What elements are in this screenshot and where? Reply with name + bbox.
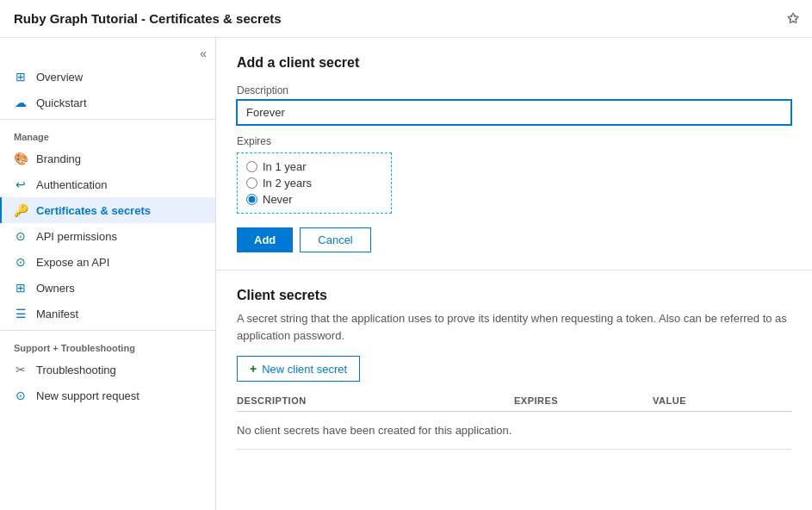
new-secret-label: New client secret xyxy=(262,363,347,376)
description-label: Description xyxy=(237,84,791,96)
manifest-icon: ☰ xyxy=(14,307,28,320)
sidebar-label-certificates-secrets: Certificates & secrets xyxy=(36,204,151,217)
main-content: Add a client secret Description Expires … xyxy=(216,38,812,510)
radio-label-2years: In 2 years xyxy=(263,177,312,190)
grid-icon: ⊞ xyxy=(14,70,28,84)
sidebar: « ⊞ Overview ☁ Quickstart Manage 🎨 Brand… xyxy=(0,38,216,510)
sidebar-collapse-button[interactable]: « xyxy=(0,41,215,64)
troubleshooting-icon: ✂ xyxy=(14,363,28,376)
radio-2years[interactable]: In 2 years xyxy=(246,177,382,190)
sidebar-label-troubleshooting: Troubleshooting xyxy=(36,364,116,376)
sidebar-item-authentication[interactable]: ↩ Authentication xyxy=(0,171,215,197)
sidebar-label-overview: Overview xyxy=(36,71,83,84)
plus-icon: + xyxy=(250,362,257,376)
sidebar-item-certificates-secrets[interactable]: 🔑 Certificates & secrets xyxy=(0,197,215,223)
sidebar-label-api-permissions: API permissions xyxy=(36,230,117,243)
sidebar-label-quickstart: Quickstart xyxy=(36,96,87,109)
radio-never[interactable]: Never xyxy=(246,193,382,206)
support-icon: ⊙ xyxy=(14,389,28,402)
main-layout: « ⊞ Overview ☁ Quickstart Manage 🎨 Brand… xyxy=(0,38,812,510)
add-button[interactable]: Add xyxy=(237,227,293,252)
owners-icon: ⊞ xyxy=(14,281,28,295)
radio-input-2years[interactable] xyxy=(246,177,257,189)
radio-1year[interactable]: In 1 year xyxy=(246,160,382,173)
client-secrets-section: Client secrets A secret string that the … xyxy=(216,271,812,467)
sidebar-item-quickstart[interactable]: ☁ Quickstart xyxy=(0,90,215,115)
expires-label: Expires xyxy=(237,135,791,147)
add-secret-heading: Add a client secret xyxy=(237,55,791,71)
sidebar-label-expose-api: Expose an API xyxy=(36,256,109,269)
form-actions: Add Cancel xyxy=(237,227,791,252)
sidebar-label-branding: Branding xyxy=(36,152,81,165)
branding-icon: 🎨 xyxy=(14,152,28,165)
sidebar-item-expose-api[interactable]: ⊙ Expose an API xyxy=(0,249,215,275)
table-header: DESCRIPTION EXPIRES VALUE xyxy=(237,395,791,412)
title-bar: Ruby Graph Tutorial - Certificates & sec… xyxy=(0,0,812,38)
api-icon: ⊙ xyxy=(14,229,28,243)
page-title: Ruby Graph Tutorial - Certificates & sec… xyxy=(14,11,282,26)
sidebar-item-branding[interactable]: 🎨 Branding xyxy=(0,146,215,171)
authentication-icon: ↩ xyxy=(14,177,28,191)
support-section-label: Support + Troubleshooting xyxy=(0,334,215,357)
sidebar-label-owners: Owners xyxy=(36,282,75,295)
col-value: VALUE xyxy=(653,395,791,406)
client-secrets-description: A secret string that the application use… xyxy=(237,310,791,344)
sidebar-label-authentication: Authentication xyxy=(36,178,107,191)
manage-section-label: Manage xyxy=(0,123,215,146)
new-client-secret-button[interactable]: + New client secret xyxy=(237,356,360,382)
sidebar-item-new-support[interactable]: ⊙ New support request xyxy=(0,382,215,408)
pin-icon[interactable]: ✩ xyxy=(787,10,798,27)
sidebar-label-new-support: New support request xyxy=(36,389,139,402)
sidebar-divider-1 xyxy=(0,119,215,120)
col-description: DESCRIPTION xyxy=(237,395,514,406)
sidebar-divider-2 xyxy=(0,330,215,331)
radio-input-never[interactable] xyxy=(246,194,257,205)
sidebar-item-overview[interactable]: ⊞ Overview xyxy=(0,64,215,90)
sidebar-item-troubleshooting[interactable]: ✂ Troubleshooting xyxy=(0,357,215,382)
empty-message: No client secrets have been created for … xyxy=(237,412,791,450)
add-secret-section: Add a client secret Description Expires … xyxy=(216,38,812,271)
description-group: Description xyxy=(237,84,791,125)
description-input[interactable] xyxy=(237,100,791,125)
client-secrets-heading: Client secrets xyxy=(237,288,791,303)
cancel-button[interactable]: Cancel xyxy=(300,227,370,252)
expires-group: Expires In 1 year In 2 years Never xyxy=(237,135,791,214)
radio-input-1year[interactable] xyxy=(246,161,257,172)
expose-icon: ⊙ xyxy=(14,255,28,269)
sidebar-label-manifest: Manifest xyxy=(36,308,78,320)
sidebar-item-owners[interactable]: ⊞ Owners xyxy=(0,275,215,301)
radio-label-never: Never xyxy=(263,193,293,206)
collapse-icon: « xyxy=(200,47,207,60)
cloud-icon: ☁ xyxy=(14,96,28,109)
col-expires: EXPIRES xyxy=(514,395,653,406)
radio-options: In 1 year In 2 years Never xyxy=(237,152,392,214)
key-icon: 🔑 xyxy=(14,203,28,217)
sidebar-item-api-permissions[interactable]: ⊙ API permissions xyxy=(0,223,215,249)
sidebar-item-manifest[interactable]: ☰ Manifest xyxy=(0,301,215,327)
radio-label-1year: In 1 year xyxy=(263,160,307,173)
